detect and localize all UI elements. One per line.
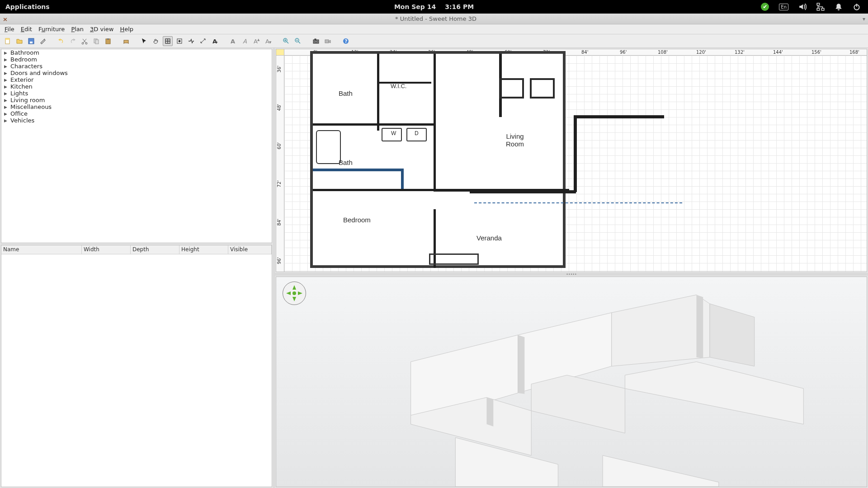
catalog-label: Characters [10, 63, 42, 70]
svg-rect-13 [107, 38, 109, 40]
plan-guideline [474, 202, 682, 203]
select-tool-button[interactable] [139, 36, 149, 46]
floorplan-wall [434, 54, 436, 189]
ruler-tick: 48' [277, 104, 282, 111]
catalog-label: Kitchen [10, 83, 33, 90]
create-polyline-button[interactable] [186, 36, 196, 46]
plan-canvas[interactable]: Bath W.I.C. Bath Living Room Bedroom Ver… [284, 56, 867, 272]
svg-rect-14 [124, 40, 128, 43]
floorplan-wall [377, 54, 379, 131]
decrease-text-button[interactable]: A▼ [263, 36, 273, 46]
col-name[interactable]: Name [1, 245, 82, 254]
create-walls-button[interactable] [163, 36, 173, 46]
pan-tool-button[interactable] [151, 36, 161, 46]
plan-wall[interactable] [574, 115, 577, 192]
menu-3dview[interactable]: 3D view [87, 25, 116, 33]
svg-rect-30 [315, 39, 316, 40]
help-button[interactable]: ? [341, 36, 351, 46]
expand-icon: ▶ [4, 71, 9, 75]
svg-point-29 [315, 41, 317, 42]
col-width[interactable]: Width [82, 245, 131, 254]
create-video-button[interactable] [323, 36, 333, 46]
undo-button[interactable] [56, 36, 66, 46]
app-window: × * Untitled - Sweet Home 3D ▾ File Edit… [0, 14, 868, 488]
catalog-category[interactable]: ▶Bathroom [1, 49, 272, 56]
expand-icon: ▶ [4, 64, 9, 69]
render-3d [276, 277, 867, 487]
svg-rect-11 [95, 40, 99, 44]
window-close-icon[interactable]: × [3, 16, 9, 22]
furniture-table-header: Name Width Depth Height Visible [1, 245, 272, 254]
catalog-category[interactable]: ▶Bedroom [1, 56, 272, 63]
svg-text:A: A [243, 38, 247, 45]
preferences-button[interactable] [38, 36, 48, 46]
notifications-icon[interactable] [835, 3, 843, 11]
furniture-catalog[interactable]: ▶Bathroom ▶Bedroom ▶Characters ▶Doors an… [1, 49, 272, 243]
window-maximize-icon[interactable]: ▾ [863, 16, 865, 22]
pane-splitter[interactable]: ••••• [275, 273, 868, 276]
catalog-category[interactable]: ▶Vehicles [1, 117, 272, 124]
catalog-category[interactable]: ▶Characters [1, 63, 272, 70]
svg-rect-2 [821, 8, 824, 10]
redo-button[interactable] [68, 36, 78, 46]
network-icon[interactable] [816, 3, 825, 11]
volume-icon[interactable] [798, 3, 807, 11]
svg-text:+: + [215, 40, 218, 44]
svg-text:▲: ▲ [257, 38, 260, 42]
menu-furniture[interactable]: Furniture [36, 25, 67, 33]
save-file-button[interactable] [26, 36, 36, 46]
furniture-table[interactable]: Name Width Depth Height Visible [1, 245, 272, 487]
zoom-out-button[interactable] [293, 36, 303, 46]
text-bold-button[interactable]: A [228, 36, 238, 46]
col-depth[interactable]: Depth [131, 245, 179, 254]
catalog-category[interactable]: ▶Living room [1, 97, 272, 103]
window-titlebar[interactable]: × * Untitled - Sweet Home 3D ▾ [0, 14, 868, 24]
create-photo-button[interactable] [311, 36, 321, 46]
create-rooms-button[interactable] [175, 36, 184, 46]
expand-icon: ▶ [4, 57, 9, 62]
text-italic-button[interactable]: A [240, 36, 250, 46]
workspace: ▶Bathroom ▶Bedroom ▶Characters ▶Doors an… [0, 48, 868, 488]
increase-text-button[interactable]: A▲ [251, 36, 261, 46]
clock[interactable]: Mon Sep 14 3:16 PM [394, 3, 474, 10]
paste-button[interactable] [103, 36, 113, 46]
catalog-category[interactable]: ▶Office [1, 110, 272, 117]
floorplan-wall [313, 123, 435, 126]
zoom-in-button[interactable] [281, 36, 291, 46]
col-visible[interactable]: Visible [228, 245, 272, 254]
open-file-button[interactable] [14, 36, 24, 46]
catalog-label: Living room [10, 97, 45, 103]
catalog-category[interactable]: ▶Doors and windows [1, 70, 272, 76]
col-height[interactable]: Height [179, 245, 228, 254]
svg-rect-7 [30, 42, 33, 43]
copy-button[interactable] [91, 36, 101, 46]
catalog-category[interactable]: ▶Lights [1, 90, 272, 97]
cut-button[interactable] [80, 36, 90, 46]
keyboard-layout-indicator[interactable]: En [779, 4, 788, 10]
menu-plan[interactable]: Plan [68, 25, 86, 33]
catalog-category[interactable]: ▶Exterior [1, 76, 272, 83]
catalog-label: Bathroom [10, 49, 39, 56]
create-text-button[interactable]: A+ [210, 36, 220, 46]
plan-wall[interactable] [470, 190, 576, 193]
menu-help[interactable]: Help [117, 25, 136, 33]
status-ok-icon[interactable]: ✔ [761, 3, 769, 11]
catalog-category[interactable]: ▶Miscellaneous [1, 103, 272, 110]
create-dimensions-button[interactable] [198, 36, 208, 46]
new-file-button[interactable] [3, 36, 13, 46]
power-icon[interactable] [853, 3, 861, 11]
expand-icon: ▶ [4, 98, 9, 103]
applications-menu[interactable]: Applications [0, 3, 50, 10]
ruler-tick: 96' [620, 50, 627, 55]
plan-2d-view[interactable]: 0' 12' 24' 36' 48' 60' 72' 84' 96' 108' … [276, 49, 867, 272]
catalog-label: Doors and windows [10, 70, 68, 76]
svg-text:▼: ▼ [269, 41, 272, 44]
expand-icon: ▶ [4, 91, 9, 96]
expand-icon: ▶ [4, 78, 9, 82]
view-3d[interactable] [276, 277, 867, 487]
menu-file[interactable]: File [2, 25, 17, 33]
add-furniture-button[interactable] [121, 36, 131, 46]
plan-wall[interactable] [574, 115, 664, 118]
menu-edit[interactable]: Edit [18, 25, 35, 33]
catalog-category[interactable]: ▶Kitchen [1, 83, 272, 90]
